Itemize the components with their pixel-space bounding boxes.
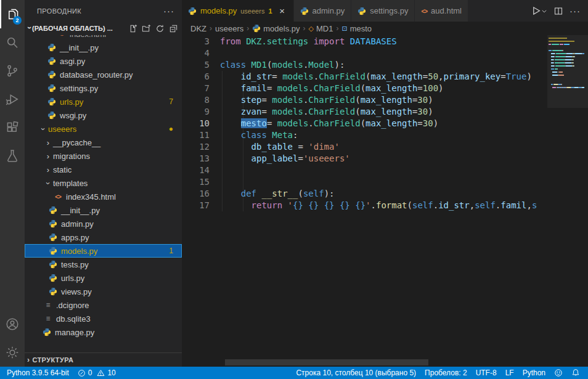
run-button[interactable] [531,6,547,16]
tree-item-index.html[interactable]: <>index.html [25,35,182,41]
indentation-status[interactable]: Пробелов: 2 [420,367,472,379]
workspace-section-header[interactable]: › (РАБОЧАЯ ОБЛАСТЬ) ... [25,22,182,35]
tree-item-label: __init__.py [61,206,100,215]
problem-badge: 7 [169,97,173,106]
cursor-position-status[interactable]: Строка 10, столбец 10 (выбрано 5) [292,367,420,379]
tree-item-templates[interactable]: ›templates [25,176,182,190]
tree-item-db.sqlite3[interactable]: ≡db.sqlite3 [25,312,182,325]
problems-status[interactable]: 0 10 [73,367,120,379]
python-file-icon [48,273,58,283]
tree-item-settings.py[interactable]: settings.py [25,81,182,95]
python-interpreter-status[interactable]: Python 3.9.5 64-bit [2,367,73,379]
breadcrumb-item-useeers[interactable]: useeers [215,24,243,33]
python-file-icon [47,56,57,66]
code-line[interactable]: 14 [182,165,547,176]
tree-item-migrations[interactable]: ›migrations [25,149,182,163]
code-line[interactable]: 6 id_str= models.CharField(max_length=50… [182,71,547,83]
settings-gear-icon[interactable] [0,338,25,367]
breadcrumb-label: MD1 [316,24,333,33]
tab-aud.html[interactable]: <>aud.html [415,0,468,22]
tree-item-urls.py[interactable]: urls.py7 [25,95,182,108]
code-line[interactable]: 12 db_table = 'dima' [182,141,547,153]
code-line[interactable]: 17 return '{} {} {} {} {}'.format(self.i… [182,200,547,211]
code-text: famil= models.CharField(max_length=100) [220,83,444,94]
language-mode-status[interactable]: Python [518,367,550,379]
split-editor-icon[interactable] [553,6,563,16]
tree-item-asgi.py[interactable]: asgi.py [25,54,182,68]
eol-status[interactable]: LF [501,367,518,379]
python-file-icon [188,7,197,15]
breadcrumb-item-MD1[interactable]: ◇MD1 [309,24,333,33]
tree-item-manage.py[interactable]: manage.py [25,325,182,339]
feedback-icon[interactable] [550,367,567,379]
chevron-down-icon: › [25,26,34,29]
code-line[interactable]: 15 [182,176,547,188]
tree-item-database_roouter.py[interactable]: database_roouter.py [25,68,182,81]
collapse-all-icon[interactable] [169,24,178,33]
close-icon[interactable]: × [277,6,287,16]
explorer-icon[interactable]: 2 [0,0,25,28]
new-file-icon[interactable] [128,24,137,33]
source-control-icon[interactable] [0,57,25,85]
tree-item-useeers[interactable]: ›useeers● [25,122,182,136]
code-line[interactable]: 7 famil= models.CharField(max_length=100… [182,83,547,94]
file-icon: ≡ [43,314,53,324]
notifications-bell-icon[interactable] [567,367,584,379]
extensions-icon[interactable] [0,113,25,142]
tab-label: admin.py [312,6,345,15]
code-line[interactable]: 5class MD1(models.Model): [182,59,547,71]
testing-icon[interactable] [0,142,25,170]
code-line[interactable]: 3from DKZ.settings import DATABASES [182,36,547,47]
tree-item-tests.py[interactable]: tests.py [25,258,182,271]
code-line[interactable]: 16 def __str__(self): [182,188,547,200]
tree-item-views.py[interactable]: views.py [25,285,182,298]
tab-models.py[interactable]: models.pyuseeers1× [182,0,294,22]
editor-content[interactable]: 3from DKZ.settings import DATABASES45cla… [182,35,588,367]
tree-item-label: wsgi.py [60,111,86,120]
python-file-icon [47,43,57,52]
python-file-icon [252,24,261,33]
search-icon[interactable] [0,28,25,57]
code-area[interactable]: 3from DKZ.settings import DATABASES45cla… [182,36,547,211]
encoding-status[interactable]: UTF-8 [472,367,501,379]
tree-item-__pycache__[interactable]: ›__pycache__ [25,136,182,149]
explorer-more-icon[interactable]: ··· [163,6,174,16]
minimap-line [549,38,567,39]
code-line[interactable]: 8 step= models.CharField(max_length=30) [182,94,547,106]
tree-item-models.py[interactable]: models.py1 [25,244,182,258]
code-line[interactable]: 13 app_label='useeers' [182,153,547,165]
minimap-line [562,50,563,51]
tree-item-urls.py[interactable]: urls.py [25,271,182,285]
tree-item-wsgi.py[interactable]: wsgi.py [25,108,182,122]
minimap[interactable] [547,35,588,367]
tree-item-__init__.py[interactable]: __init__.py [25,41,182,54]
run-debug-icon[interactable] [0,85,25,113]
line-number: 8 [182,94,210,106]
code-line[interactable]: 10 mesto= models.CharField(max_length=30… [182,118,547,129]
python-file-icon [47,83,57,93]
refresh-icon[interactable] [155,24,165,33]
tree-item-admin.py[interactable]: admin.py [25,217,182,230]
horizontal-scrollbar[interactable] [225,359,428,365]
code-line[interactable]: 9 zvan= models.CharField(max_length=30) [182,106,547,118]
breadcrumb-separator: › [303,24,306,33]
tree-item-.dcignore[interactable]: ≡.dcignore [25,298,182,312]
breadcrumb-item-mesto[interactable]: ⊡mesto [341,24,372,33]
new-folder-icon[interactable] [142,24,151,33]
tree-item-apps.py[interactable]: apps.py [25,230,182,244]
tree-item-index345.html[interactable]: <>index345.html [25,190,182,203]
outline-section-header[interactable]: › СТРУКТУРА [25,353,182,367]
breadcrumb-item-DKZ[interactable]: DKZ [190,24,206,33]
code-line[interactable]: 11 class Meta: [182,129,547,141]
explorer-sidebar: ПРОВОДНИК ··· › (РАБОЧАЯ ОБЛАСТЬ) ... <>… [25,0,182,367]
editor-more-icon[interactable]: ··· [570,6,581,16]
tab-admin.py[interactable]: admin.py [294,0,352,22]
account-icon[interactable] [0,310,25,338]
html-file-icon: <> [421,6,427,15]
tab-label: settings.py [370,6,408,15]
tab-settings.py[interactable]: settings.py [351,0,415,22]
code-line[interactable]: 4 [182,47,547,59]
breadcrumb-item-models.py[interactable]: models.py [252,24,300,33]
tree-item-static[interactable]: ›static [25,163,182,176]
tree-item-__init__.py[interactable]: __init__.py [25,203,182,217]
